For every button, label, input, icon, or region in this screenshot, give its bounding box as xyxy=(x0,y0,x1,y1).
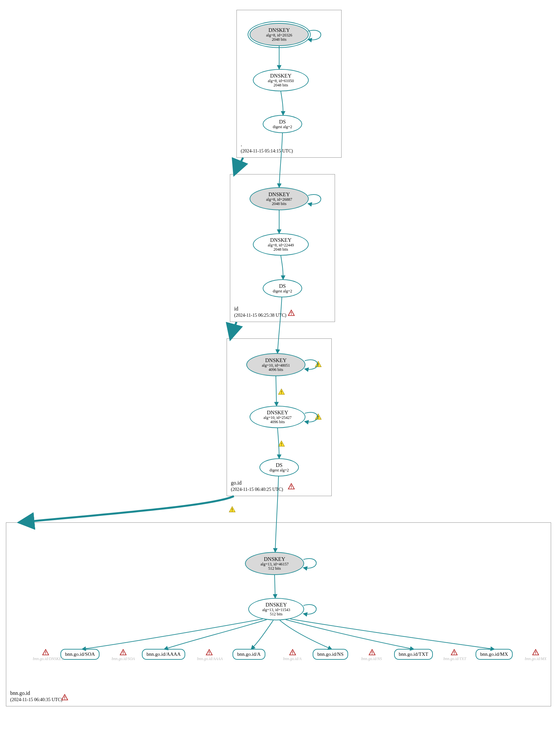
node-id-zsk[interactable]: DNSKEY alg=8, id=22449 2048 bits xyxy=(253,233,309,256)
dnskey-title: DNSKEY xyxy=(265,358,287,363)
dnskey-sub2: 512 bits xyxy=(268,566,281,571)
error-icon xyxy=(61,694,68,701)
rrset-soa[interactable]: bnn.go.id/SOA xyxy=(60,649,99,660)
error-icon xyxy=(532,649,539,656)
zone-goid-ts: (2024-11-15 06:40:25 UTC) xyxy=(231,487,283,492)
ds-title: DS xyxy=(279,119,286,125)
node-root-ds[interactable]: DS digest alg=2 xyxy=(263,115,302,133)
dnskey-title: DNSKEY xyxy=(266,602,287,608)
ghost-txt: bnn.go.id/TXT xyxy=(443,656,466,662)
warning-icon xyxy=(315,361,322,368)
zone-id-label: id (2024-11-15 06:25:38 UTC) xyxy=(234,306,286,318)
dnskey-title: DNSKEY xyxy=(264,556,285,562)
warning-icon xyxy=(278,388,285,396)
zone-goid-name: go.id xyxy=(231,480,241,485)
node-goid-ksk[interactable]: DNSKEY alg=10, id=48051 4096 bits xyxy=(246,353,305,376)
ds-sub: digest alg=2 xyxy=(272,289,292,293)
node-goid-zsk[interactable]: DNSKEY alg=10, id=25427 4096 bits xyxy=(250,406,305,428)
node-id-ds[interactable]: DS digest alg=2 xyxy=(263,279,302,297)
dnskey-title: DNSKEY xyxy=(269,192,290,197)
zone-goid-label: go.id (2024-11-15 06:40:25 UTC) xyxy=(231,480,283,493)
ghost-aaaa: bnn.go.id/AAAA xyxy=(197,656,223,662)
error-icon xyxy=(42,649,49,656)
dnskey-title: DNSKEY xyxy=(269,27,290,33)
zone-bnn-name: bnn.go.id xyxy=(10,690,30,696)
zone-root-name: . xyxy=(241,142,242,147)
dnskey-sub2: 2048 bits xyxy=(272,202,286,206)
dnskey-sub2: 2048 bits xyxy=(273,83,288,87)
node-id-ksk[interactable]: DNSKEY alg=8, id=26887 2048 bits xyxy=(250,187,309,210)
error-icon xyxy=(288,483,295,490)
error-icon xyxy=(289,649,296,656)
rrset-aaaa[interactable]: bnn.go.id/AAAA xyxy=(142,649,185,660)
error-icon xyxy=(206,649,213,656)
zone-root-label: . (2024-11-15 05:14:15 UTC) xyxy=(241,141,293,154)
node-bnn-ksk[interactable]: DNSKEY alg=13, id=46157 512 bits xyxy=(245,552,304,575)
rrset-ns[interactable]: bnn.go.id/NS xyxy=(313,649,348,660)
dnskey-sub2: 512 bits xyxy=(270,612,283,616)
zone-root-ts: (2024-11-15 05:14:15 UTC) xyxy=(241,148,293,153)
ghost-soa: bnn.go.id/SOA xyxy=(112,656,135,662)
dnskey-sub2: 2048 bits xyxy=(273,247,288,252)
ds-sub: digest alg=2 xyxy=(272,125,292,129)
error-icon xyxy=(120,649,127,656)
dnskey-sub2: 2048 bits xyxy=(272,37,286,42)
rrset-mx[interactable]: bnn.go.id/MX xyxy=(475,649,513,660)
dnskey-sub2: 4096 bits xyxy=(269,368,283,372)
ds-sub: digest alg=2 xyxy=(269,468,289,473)
ghost-a: bnn.go.id/A xyxy=(283,656,301,662)
warning-icon xyxy=(229,506,236,513)
zone-id-ts: (2024-11-15 06:25:38 UTC) xyxy=(234,313,286,318)
zone-bnn-label: bnn.go.id (2024-11-15 06:40:35 UTC) xyxy=(10,690,62,703)
warning-icon xyxy=(278,440,285,447)
node-bnn-zsk[interactable]: DNSKEY alg=13, id=11543 512 bits xyxy=(248,598,304,620)
ghost-mx: bnn.go.id/MX xyxy=(525,656,547,662)
node-goid-ds[interactable]: DS digest alg=2 xyxy=(260,458,299,476)
error-icon xyxy=(369,649,376,656)
ds-title: DS xyxy=(279,283,286,289)
ghost-dnskey: bnn.go.id/DNSKEY xyxy=(33,656,63,662)
zone-bnn-ts: (2024-11-15 06:40:35 UTC) xyxy=(10,697,62,702)
dnskey-sub2: 4096 bits xyxy=(270,420,285,424)
dnskey-title: DNSKEY xyxy=(267,410,288,416)
node-root-zsk[interactable]: DNSKEY alg=8, id=61050 2048 bits xyxy=(253,69,309,91)
node-root-ksk[interactable]: DNSKEY alg=8, id=20326 2048 bits xyxy=(250,23,309,46)
warning-icon xyxy=(315,413,322,421)
ds-title: DS xyxy=(276,462,283,468)
dnskey-title: DNSKEY xyxy=(270,237,292,243)
error-icon xyxy=(288,309,295,317)
error-icon xyxy=(450,649,458,656)
zone-id-name: id xyxy=(234,306,238,311)
rrset-a[interactable]: bnn.go.id/A xyxy=(233,649,265,660)
ghost-ns: bnn.go.id/NS xyxy=(361,656,382,662)
dnskey-title: DNSKEY xyxy=(270,73,292,79)
rrset-txt[interactable]: bnn.go.id/TXT xyxy=(394,649,433,660)
